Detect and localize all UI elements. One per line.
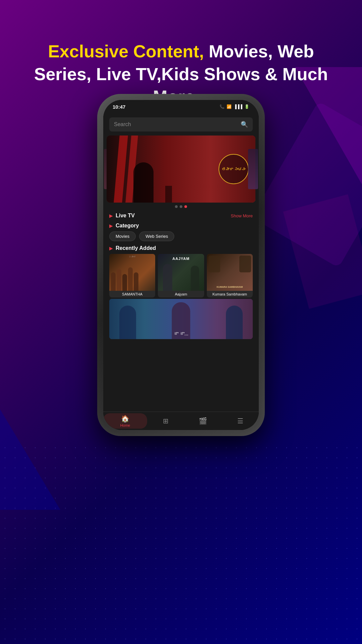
phone-mockup: 10:47 📞 📶 ▐▐▐ 🔋 Search 🔍 xyxy=(97,94,265,436)
card-kumara-image: KUMARA SAMBHAVAM xyxy=(207,254,253,291)
bottom-nav: 🏠 Home ⊞ 🎬 ☰ xyxy=(103,412,259,430)
category-play-icon: ▶ xyxy=(109,223,113,228)
nav-menu[interactable]: ☰ xyxy=(222,417,259,425)
recently-play-icon: ▶ xyxy=(109,246,113,251)
banner-logo-text: తమారా సంభవం xyxy=(222,167,245,171)
nav-movies[interactable]: 🎬 xyxy=(184,417,222,425)
web-series-button[interactable]: Web Series xyxy=(139,231,174,241)
screen-content: Search 🔍 xyxy=(103,113,259,430)
status-icons: 📞 📶 ▐▐▐ 🔋 xyxy=(220,104,249,109)
recently-added-title-row: ▶ Recently Added xyxy=(109,245,253,251)
live-tv-play-icon: ▶ xyxy=(109,213,113,218)
phone-outer: 10:47 📞 📶 ▐▐▐ 🔋 Search 🔍 xyxy=(97,94,265,436)
search-icon[interactable]: 🔍 xyxy=(241,121,248,128)
show-more-button[interactable]: Show More xyxy=(231,213,253,218)
banner-next-thumb xyxy=(248,149,258,189)
clapper-icon: 🎬 xyxy=(199,417,207,425)
home-label: Home xyxy=(120,423,130,427)
wifi-icon: 📶 xyxy=(227,104,232,109)
content-grid: సమాంత SAMANTHA xyxy=(109,254,253,298)
dot-1[interactable] xyxy=(175,205,178,208)
card-aajyam-title: Aajyam xyxy=(158,291,204,298)
category-title-row: ▶ Category xyxy=(109,223,139,229)
search-bar[interactable]: Search 🔍 xyxy=(109,117,253,131)
category-label: Category xyxy=(116,223,139,229)
recently-added-section: ▶ Recently Added xyxy=(103,244,259,299)
card-kumara-title: Kumara Sambhavam xyxy=(207,291,253,298)
headline-accent: Exclusive Content, xyxy=(48,42,204,61)
hero-banner[interactable]: తమారా సంభవం xyxy=(107,136,255,203)
grid-icon: ⊞ xyxy=(163,417,169,425)
live-tv-section: ▶ Live TV Show More xyxy=(103,211,259,221)
menu-icon: ☰ xyxy=(237,417,243,425)
dot-2[interactable] xyxy=(180,205,182,208)
dot-3[interactable] xyxy=(184,205,187,208)
nav-grid[interactable]: ⊞ xyxy=(147,417,184,425)
movies-button[interactable]: Movies xyxy=(109,231,136,241)
card-aajyam[interactable]: AAJYAM Aajyam xyxy=(158,254,204,298)
card-samantha-image: సమాంత xyxy=(109,254,155,291)
card-aajyam-image: AAJYAM xyxy=(158,254,204,291)
home-icon: 🏠 xyxy=(121,415,129,423)
wide-card[interactable]: రా రా... xyxy=(109,299,253,339)
search-input[interactable]: Search xyxy=(114,121,241,127)
nav-home[interactable]: 🏠 Home xyxy=(103,413,147,429)
card-samantha[interactable]: సమాంత SAMANTHA xyxy=(109,254,155,298)
signal-icon: ▐▐▐ xyxy=(234,104,242,109)
banner-slide[interactable]: తమారా సంభవం xyxy=(107,136,255,203)
phone-inner: 10:47 📞 📶 ▐▐▐ 🔋 Search 🔍 xyxy=(103,100,259,430)
live-tv-title-row: ▶ Live TV xyxy=(109,213,135,219)
live-tv-label: Live TV xyxy=(116,213,135,219)
battery-icon: 🔋 xyxy=(244,104,249,109)
category-buttons: Movies Web Series xyxy=(103,230,259,244)
status-time: 10:47 xyxy=(113,104,125,110)
banner-dots xyxy=(103,205,259,208)
card-samantha-title: SAMANTHA xyxy=(109,291,155,298)
card-kumara[interactable]: KUMARA SAMBHAVAM Kumara Sambhavam xyxy=(207,254,253,298)
recently-added-label: Recently Added xyxy=(116,245,156,251)
category-section-header: ▶ Category xyxy=(103,221,259,230)
call-icon: 📞 xyxy=(220,104,225,109)
status-bar: 10:47 📞 📶 ▐▐▐ 🔋 xyxy=(103,100,259,113)
